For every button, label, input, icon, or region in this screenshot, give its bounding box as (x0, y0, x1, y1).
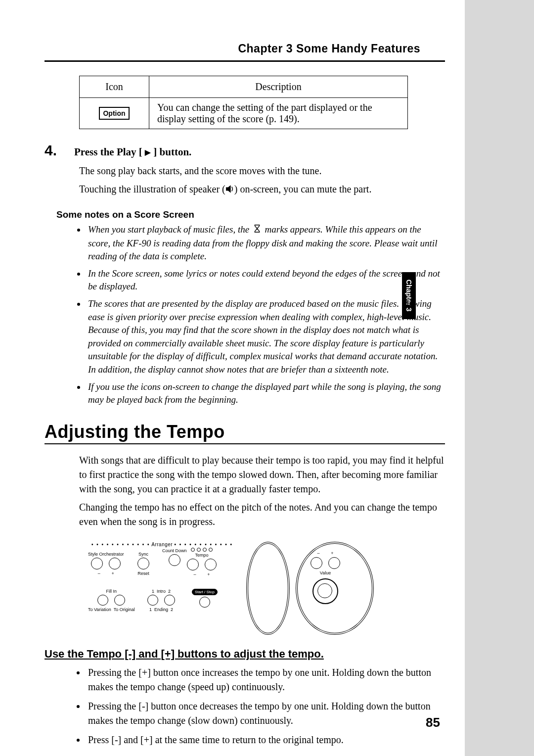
section-title: Adjusting the Tempo (44, 422, 445, 442)
label-value: Value (320, 570, 331, 575)
label-sync: Sync (138, 552, 148, 557)
intro-p1: With songs that are difficult to play be… (79, 453, 445, 496)
knob (164, 595, 175, 606)
chapter-header: Chapter 3 Some Handy Features (44, 42, 445, 55)
arranger-label: • • • • • • • • • • • • Arranger • • • •… (88, 542, 236, 547)
knob (147, 595, 158, 606)
knob (187, 559, 199, 570)
option-description: You can change the setting of the part d… (149, 98, 408, 129)
note-1: When you start playback of music files, … (86, 223, 445, 263)
knob (137, 558, 149, 569)
knob (97, 595, 108, 606)
hourglass-icon (252, 224, 263, 237)
section-rule (44, 443, 445, 444)
notes-subhead: Some notes on a Score Screen (56, 209, 445, 220)
section-intro: With songs that are difficult to play be… (79, 453, 445, 529)
oval-divider (246, 542, 290, 635)
label-countdown: Count Down (162, 549, 187, 553)
step-p2: Touching the illustration of speaker ( )… (79, 182, 445, 197)
note-4: If you use the icons on-screen to change… (86, 380, 445, 407)
col-description: Description (149, 76, 408, 98)
step-4: 4. Press the Play [ ▶ ] button. (44, 142, 445, 159)
step-p1: The song play back starts, and the score… (79, 164, 445, 178)
knob (311, 557, 322, 569)
play-icon: ▶ (145, 148, 151, 156)
knob (91, 558, 103, 569)
bullet-3: Press [-] and [+] at the same time to re… (86, 733, 445, 747)
label-tempo: Tempo (195, 553, 208, 558)
icon-description-table: Icon Description Option You can change t… (79, 76, 408, 129)
label-style-orch: Style Orchestrator (88, 552, 124, 557)
tempo-bullets: Pressing the [+] button once increases t… (74, 665, 445, 747)
subsection-title: Use the Tempo [-] and [+] buttons to adj… (44, 648, 445, 661)
control-panel-diagram: • • • • • • • • • • • • Arranger • • • •… (88, 542, 372, 636)
knob (169, 554, 180, 566)
note-3: The scores that are presented by the dis… (86, 297, 445, 377)
step-number: 4. (44, 142, 74, 159)
option-icon-cell: Option (80, 98, 149, 129)
step-title: Press the Play [ ▶ ] button. (74, 146, 191, 158)
col-icon: Icon (80, 76, 149, 98)
header-rule (44, 60, 445, 62)
knob (114, 595, 125, 606)
knob (199, 597, 210, 608)
page-number: 85 (426, 715, 440, 730)
label-start-stop: Start / Stop (192, 589, 218, 595)
knob (109, 558, 121, 569)
speaker-icon (225, 183, 234, 197)
knob (328, 557, 340, 569)
label-reset: Reset (137, 571, 149, 576)
note-2: In the Score screen, some lyrics or note… (86, 267, 445, 293)
notes-list: When you start playback of music files, … (74, 223, 445, 407)
knob (205, 559, 217, 570)
bullet-1: Pressing the [+] button once increases t… (86, 665, 445, 694)
option-icon: Option (99, 107, 129, 120)
step-body: The song play back starts, and the score… (79, 164, 445, 197)
intro-p2: Changing the tempo has no effect on the … (79, 500, 445, 529)
value-wheel (312, 578, 338, 604)
label-fill-in: Fill In (106, 589, 117, 594)
bullet-2: Pressing the [-] button once decreases t… (86, 699, 445, 728)
manual-page: Chapter 3 Chapter 3 Some Handy Features … (0, 0, 465, 756)
